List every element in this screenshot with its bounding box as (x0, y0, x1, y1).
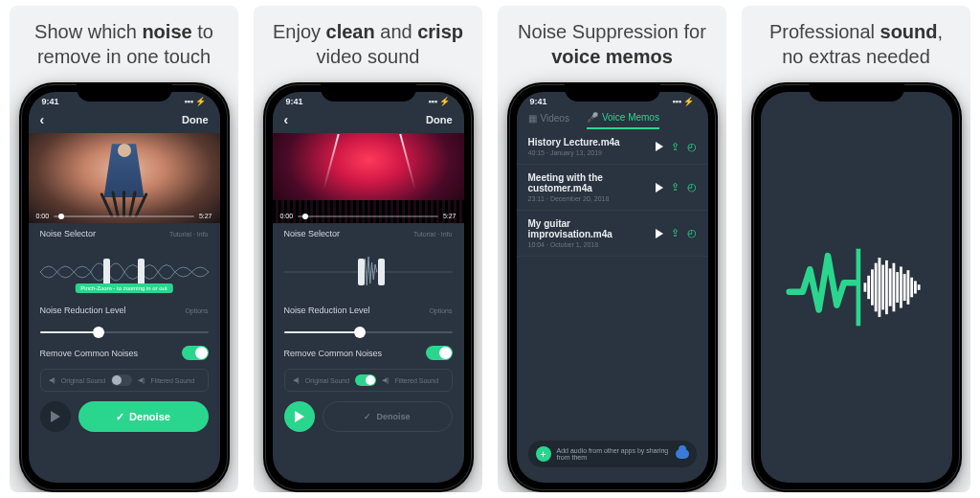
svg-rect-16 (914, 281, 917, 293)
svg-rect-5 (874, 263, 877, 312)
svg-rect-14 (906, 270, 909, 305)
preview-toggle-row: ◀)Original Sound◀)Filtered Sound (284, 369, 453, 392)
video-preview[interactable]: 0:005:27 (29, 133, 220, 223)
preview-toggle[interactable] (355, 374, 376, 386)
video-preview[interactable]: 0:005:27 (273, 133, 464, 223)
denoise-button[interactable]: ✓Denoise (323, 401, 453, 432)
share-icon[interactable]: ⇪ (671, 181, 679, 193)
svg-rect-6 (878, 258, 880, 317)
svg-rect-3 (867, 276, 870, 299)
svg-rect-15 (910, 278, 913, 298)
svg-rect-13 (902, 274, 905, 301)
preview-play-button[interactable] (284, 401, 315, 432)
caption-2: Enjoy clean and crisp video sound (254, 19, 482, 82)
phone-frame (751, 82, 962, 492)
share-icon[interactable]: ⇪ (671, 141, 679, 153)
back-button[interactable]: ‹ (40, 112, 45, 127)
editor-screen: 9:41▪▪▪ ⚡ ‹ Done 0:005:27 Noise Selector… (273, 92, 464, 483)
remove-common-toggle[interactable] (426, 346, 453, 360)
done-button[interactable]: Done (426, 114, 453, 125)
memo-item[interactable]: My guitar improvisation.m4a10:04 · Octob… (517, 211, 708, 257)
caption-3: Noise Suppression for voice memos (498, 19, 726, 82)
logo-screen (761, 92, 952, 483)
status-time: 9:41 (42, 97, 59, 106)
timer-icon[interactable]: ◴ (687, 141, 697, 153)
svg-rect-10 (892, 263, 895, 312)
share-icon[interactable]: ⇪ (671, 227, 679, 239)
app-logo (761, 92, 952, 483)
memo-item[interactable]: Meeting with the customer.m4a23:11 · Dec… (517, 165, 708, 211)
play-icon[interactable] (656, 183, 663, 192)
remove-common-toggle[interactable] (182, 346, 209, 360)
promo-panel-4: Professional sound, no extras needed (742, 6, 970, 492)
waveform-selector[interactable]: Pinch-Zoom - to zooming in or out (40, 253, 209, 291)
plus-icon: + (536, 446, 551, 462)
promo-panel-3: Noise Suppression for voice memos 9:41▪▪… (498, 6, 726, 492)
noise-selector-label: Noise Selector (40, 229, 97, 238)
svg-rect-8 (885, 260, 888, 314)
svg-rect-17 (917, 284, 920, 290)
memos-screen: 9:41▪▪▪ ⚡ ▦Videos 🎤Voice Memos History L… (517, 92, 708, 483)
phone-frame: 9:41▪▪▪ ⚡ ‹ Done 0:005:27 Noise Selector… (263, 82, 474, 492)
preview-toggle-row: ◀)Original Sound◀)Filtered Sound (40, 369, 209, 392)
promo-panel-1: Show which noise to remove in one touch … (10, 6, 238, 492)
reduction-label: Noise Reduction Level (40, 306, 126, 315)
waveform-selector[interactable] (284, 253, 453, 291)
reduction-slider[interactable] (284, 331, 453, 333)
tab-videos[interactable]: ▦Videos (528, 112, 569, 129)
caption-4: Professional sound, no extras needed (742, 19, 970, 82)
preview-play-button[interactable] (40, 401, 71, 432)
remove-common-label: Remove Common Noises (40, 349, 139, 358)
preview-toggle[interactable] (111, 374, 132, 386)
phone-frame: 9:41▪▪▪ ⚡ ▦Videos 🎤Voice Memos History L… (507, 82, 718, 492)
play-icon[interactable] (656, 229, 663, 238)
done-button[interactable]: Done (182, 114, 209, 125)
denoise-button[interactable]: ✓Denoise (78, 401, 209, 432)
status-icons: ▪▪▪ ⚡ (184, 97, 206, 106)
pinch-tip: Pinch-Zoom - to zooming in or out (75, 283, 172, 293)
svg-rect-9 (888, 268, 891, 306)
reduction-slider[interactable] (40, 331, 209, 333)
svg-rect-12 (900, 266, 902, 307)
back-button[interactable]: ‹ (284, 112, 289, 127)
svg-rect-4 (871, 269, 874, 306)
phone-frame: 9:41▪▪▪ ⚡ ‹ Done 0:005:27 Noise Selector… (19, 82, 230, 492)
promo-panel-2: Enjoy clean and crisp video sound 9:41▪▪… (254, 6, 482, 492)
svg-rect-11 (896, 272, 899, 303)
caption-1: Show which noise to remove in one touch (10, 19, 238, 82)
play-icon[interactable] (656, 142, 663, 151)
editor-screen: 9:41▪▪▪ ⚡ ‹ Done 0:005:27 Noise Selector… (29, 92, 220, 483)
tab-voice-memos[interactable]: 🎤Voice Memos (587, 112, 659, 129)
timer-icon[interactable]: ◴ (687, 181, 697, 193)
memo-item[interactable]: History Lecture.m4a40:15 · January 13, 2… (517, 129, 708, 165)
svg-rect-7 (881, 265, 884, 310)
cloud-icon (676, 449, 689, 459)
add-audio-hint[interactable]: + Add audio from other apps by sharing f… (528, 441, 697, 467)
svg-rect-2 (863, 283, 866, 291)
timer-icon[interactable]: ◴ (687, 227, 697, 239)
